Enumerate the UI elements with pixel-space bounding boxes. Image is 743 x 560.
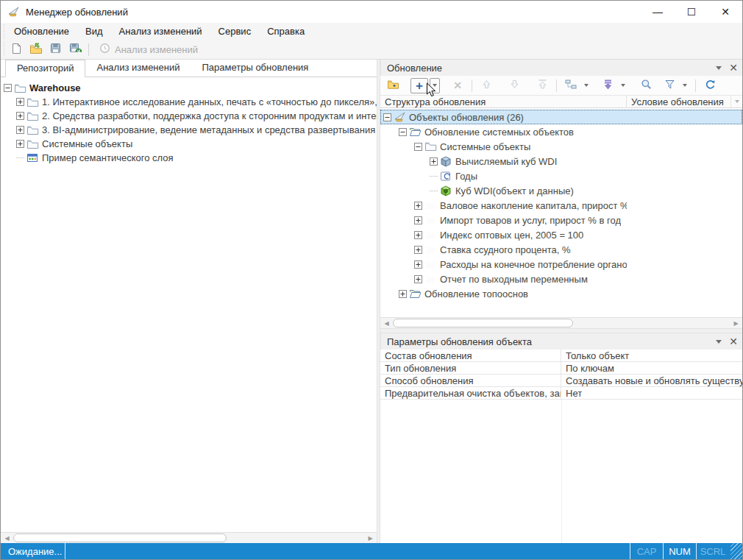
scroll-left-icon[interactable]: ◀ bbox=[381, 319, 392, 328]
menu-item[interactable]: Анализ изменений bbox=[111, 26, 210, 37]
sort-dropdown[interactable] bbox=[618, 78, 628, 93]
param-value[interactable]: Создавать новые и обновлять существующие bbox=[561, 375, 742, 386]
tree-view-button[interactable] bbox=[562, 78, 580, 93]
param-value[interactable]: По ключам bbox=[561, 363, 742, 374]
filter-button[interactable] bbox=[661, 78, 678, 93]
menu-item[interactable]: Справка bbox=[259, 26, 313, 37]
tree-item[interactable]: Расходы на конечное потребление органов … bbox=[380, 257, 742, 272]
tree-item-label: 2. Средства разработки, поддержка доступ… bbox=[42, 110, 377, 121]
open-button[interactable] bbox=[26, 41, 46, 58]
move-to-top-button[interactable] bbox=[533, 78, 551, 93]
expander-icon[interactable] bbox=[414, 231, 422, 239]
save-to-repository-button[interactable] bbox=[65, 41, 85, 58]
menu-item[interactable]: Вид bbox=[77, 26, 111, 37]
scrollbar-thumb[interactable] bbox=[13, 534, 227, 542]
param-value[interactable]: Нет bbox=[561, 388, 742, 399]
expander-icon[interactable] bbox=[414, 260, 422, 269]
left-horizontal-scrollbar[interactable]: ◀ ▶ bbox=[1, 532, 377, 543]
move-up-button[interactable] bbox=[477, 78, 495, 93]
expander-icon[interactable] bbox=[16, 126, 24, 134]
filter-dropdown[interactable] bbox=[680, 78, 690, 93]
resize-grip[interactable] bbox=[730, 543, 742, 559]
tree-item[interactable]: Системные объекты bbox=[1, 137, 377, 151]
tree-item[interactable]: Warehouse bbox=[1, 81, 377, 95]
tree-view-dropdown[interactable] bbox=[581, 78, 591, 93]
status-text: Ожидание... bbox=[1, 546, 65, 557]
repository-tree: Warehouse1. Интерактивное исследование д… bbox=[1, 77, 377, 532]
tree-item[interactable]: 2. Средства разработки, поддержка доступ… bbox=[1, 109, 377, 123]
column-structure[interactable]: Структура обновления bbox=[380, 96, 486, 107]
tree-item[interactable]: Годы bbox=[380, 169, 742, 183]
save-icon bbox=[50, 43, 61, 56]
update-toolbar: + ✕ bbox=[380, 76, 742, 96]
expander-icon[interactable] bbox=[414, 275, 422, 283]
menu-item[interactable]: Сервис bbox=[210, 26, 260, 37]
scroll-right-icon[interactable]: ▶ bbox=[365, 534, 376, 543]
expander-icon[interactable] bbox=[4, 84, 12, 92]
sort-button[interactable] bbox=[599, 78, 616, 93]
tree-item[interactable]: Валовое накопление капитала, прирост % в… bbox=[380, 198, 742, 213]
tab-repository[interactable]: Репозиторий bbox=[5, 60, 85, 77]
param-row[interactable]: Предварительная очистка объектов, зависи… bbox=[380, 387, 742, 400]
expander-icon[interactable] bbox=[16, 140, 24, 148]
expander-icon[interactable] bbox=[430, 157, 438, 166]
maximize-button[interactable]: ☐ bbox=[675, 1, 708, 23]
scroll-right-icon[interactable]: ▶ bbox=[730, 319, 742, 328]
tree-item[interactable]: 3. BI-администрирование, ведение метадан… bbox=[1, 123, 377, 137]
param-row[interactable]: Тип обновленияПо ключам bbox=[380, 362, 742, 375]
tree-item[interactable]: Системные объекты bbox=[380, 139, 742, 154]
expander-icon[interactable] bbox=[399, 128, 407, 136]
expander-icon[interactable] bbox=[399, 290, 407, 298]
panel-close-icon[interactable]: ✕ bbox=[729, 63, 738, 73]
expander-icon[interactable] bbox=[414, 216, 422, 224]
add-object-dropdown[interactable] bbox=[430, 78, 440, 93]
tab-update-params[interactable]: Параметры обновления bbox=[191, 60, 319, 77]
column-chooser-button[interactable] bbox=[730, 96, 742, 107]
folder-icon bbox=[26, 96, 39, 108]
param-row[interactable]: Способ обновленияСоздавать новые и обнов… bbox=[380, 375, 742, 387]
expander-icon[interactable] bbox=[414, 143, 422, 151]
change-analysis-button[interactable]: Анализ изменений bbox=[92, 41, 205, 58]
column-condition[interactable]: Условие обновления bbox=[626, 96, 724, 107]
tree-item[interactable]: Обновление системных объектов bbox=[380, 124, 742, 139]
param-row[interactable]: Состав обновленияТолько объект bbox=[380, 350, 742, 362]
tree-item[interactable]: Объекты обновления (26) bbox=[380, 110, 742, 124]
expander-icon[interactable] bbox=[383, 113, 391, 121]
tree-item[interactable]: Индекс оптовых цен, 2005 = 100 bbox=[380, 227, 742, 242]
panel-close-icon[interactable]: ✕ bbox=[729, 336, 738, 347]
params-empty-area bbox=[380, 400, 742, 543]
panel-menu-caret-icon[interactable] bbox=[716, 66, 722, 70]
tree-item[interactable]: Вычисляемый куб WDI bbox=[380, 154, 742, 169]
refresh-button[interactable] bbox=[701, 78, 719, 93]
expander-icon[interactable] bbox=[16, 98, 24, 106]
param-value[interactable]: Только объект bbox=[561, 350, 742, 361]
save-button[interactable] bbox=[46, 41, 65, 58]
scroll-left-icon[interactable]: ◀ bbox=[1, 534, 13, 543]
new-folder-button[interactable] bbox=[384, 78, 402, 93]
horizontal-splitter[interactable] bbox=[380, 328, 742, 333]
new-update-button[interactable] bbox=[6, 41, 26, 58]
move-down-button[interactable] bbox=[505, 78, 523, 93]
tree-item[interactable]: 1. Интерактивное исследование данных, пе… bbox=[1, 95, 377, 109]
tree-item[interactable]: Импорт товаров и услуг, прирост % в год bbox=[380, 213, 742, 227]
delete-object-button[interactable]: ✕ bbox=[449, 78, 466, 93]
expander-icon[interactable] bbox=[414, 246, 422, 254]
expander-icon[interactable] bbox=[414, 202, 422, 210]
close-button[interactable]: ✕ bbox=[708, 1, 742, 23]
update-horizontal-scrollbar[interactable]: ◀ ▶ bbox=[380, 317, 742, 328]
tree-item[interactable]: Обновление топооснов bbox=[380, 286, 742, 301]
panel-menu-caret-icon[interactable] bbox=[716, 340, 722, 344]
minimize-button[interactable]: — bbox=[641, 1, 675, 23]
expander-icon[interactable] bbox=[16, 112, 24, 120]
search-button[interactable] bbox=[637, 78, 655, 93]
tree-item[interactable]: Ставка ссудного процента, % bbox=[380, 242, 742, 257]
menu-item[interactable]: Обновление bbox=[6, 26, 77, 37]
folder-icon bbox=[26, 124, 39, 136]
scrollbar-thumb[interactable] bbox=[393, 319, 573, 327]
add-object-button[interactable]: + bbox=[410, 78, 428, 93]
tab-change-analysis[interactable]: Анализ изменений bbox=[85, 60, 191, 77]
tree-item[interactable]: Пример семантического слоя bbox=[1, 151, 377, 165]
update-pane: Обновление ✕ + ✕ bbox=[380, 60, 742, 543]
tree-item[interactable]: Отчет по выходным переменным bbox=[380, 272, 742, 286]
tree-item[interactable]: Куб WDI(объект и данные) bbox=[380, 183, 742, 198]
